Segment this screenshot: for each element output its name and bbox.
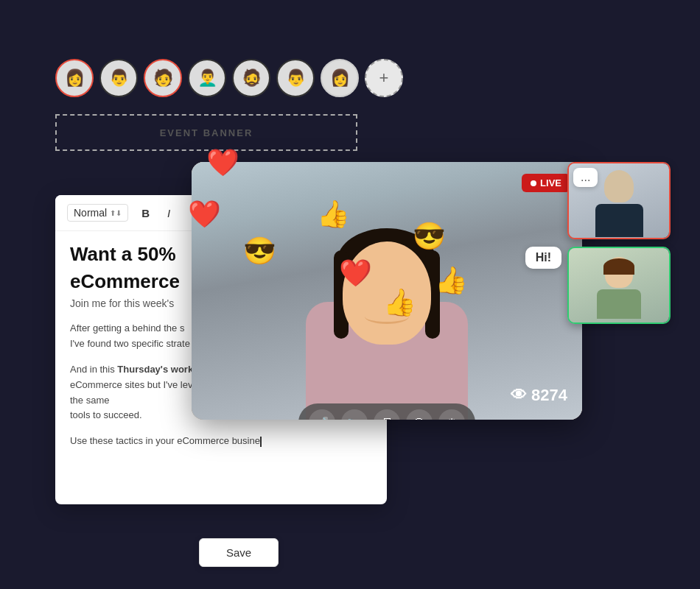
italic-button[interactable]: I <box>163 205 175 222</box>
event-banner-label: EVENT BANNER <box>160 127 253 138</box>
text-cursor <box>260 437 262 447</box>
avatar-7[interactable]: 👩 <box>321 59 359 97</box>
hi-bubble: Hi! <box>525 247 561 269</box>
avatar-5[interactable]: 🧔 <box>232 59 270 97</box>
add-avatar-button[interactable]: + <box>365 59 403 97</box>
screen-share-button[interactable]: 🖥 <box>374 409 400 420</box>
man-figure <box>595 170 643 237</box>
live-dot-icon <box>531 180 536 186</box>
avatar-6[interactable]: 👨 <box>276 59 315 97</box>
viewer-number: 8274 <box>531 386 567 405</box>
eye-icon: 👁 <box>511 386 527 405</box>
live-video-background: LIVE 👁 8274 🎤 📷 🖥 👁 ⚙ <box>192 162 582 420</box>
format-normal-button[interactable]: Normal ⬆⬇ <box>67 204 128 222</box>
side-video-woman-bg <box>569 248 669 322</box>
woman-body <box>597 289 641 319</box>
side-panel-top-wrapper: ... <box>567 162 671 239</box>
woman-face <box>605 257 633 288</box>
event-banner: EVENT BANNER <box>55 114 357 151</box>
avatar-3[interactable]: 🧑 <box>144 59 182 97</box>
control-bar: 🎤 📷 🖥 👁 ⚙ <box>298 403 475 420</box>
avatar-2[interactable]: 👨 <box>99 59 138 97</box>
smile <box>365 309 409 324</box>
live-video-panel: LIVE 👁 8274 🎤 📷 🖥 👁 ⚙ <box>192 162 582 420</box>
mic-button[interactable]: 🎤 <box>309 409 335 420</box>
camera-button[interactable]: 📷 <box>341 409 368 420</box>
live-badge: LIVE <box>522 174 570 192</box>
chevron-up-down-icon: ⬆⬇ <box>110 209 122 217</box>
eye-button[interactable]: 👁 <box>406 409 433 420</box>
avatar-4[interactable]: 👨‍🦱 <box>188 59 226 97</box>
viewer-count: 👁 8274 <box>511 386 567 405</box>
man-body <box>595 204 643 237</box>
face <box>343 241 431 345</box>
bold-button[interactable]: B <box>137 205 154 222</box>
avatar-row: 👩 👨 🧑 👨‍🦱 🧔 👨 👩 + <box>55 59 403 97</box>
man-face <box>604 170 634 202</box>
editor-para-3: Use these tactics in your eCommerce busi… <box>70 434 372 449</box>
avatar-1[interactable]: 👩 <box>55 59 94 97</box>
settings-button[interactable]: ⚙ <box>438 409 465 420</box>
person-silhouette <box>284 228 490 420</box>
save-button[interactable]: Save <box>199 538 279 567</box>
live-label: LIVE <box>540 177 561 188</box>
woman-figure <box>597 257 641 319</box>
woman-hair <box>603 258 634 275</box>
format-normal-label: Normal <box>74 207 107 219</box>
more-options-button[interactable]: ... <box>573 168 598 187</box>
side-panel-woman <box>567 247 671 324</box>
side-video-panels: ... Hi! <box>567 162 671 324</box>
